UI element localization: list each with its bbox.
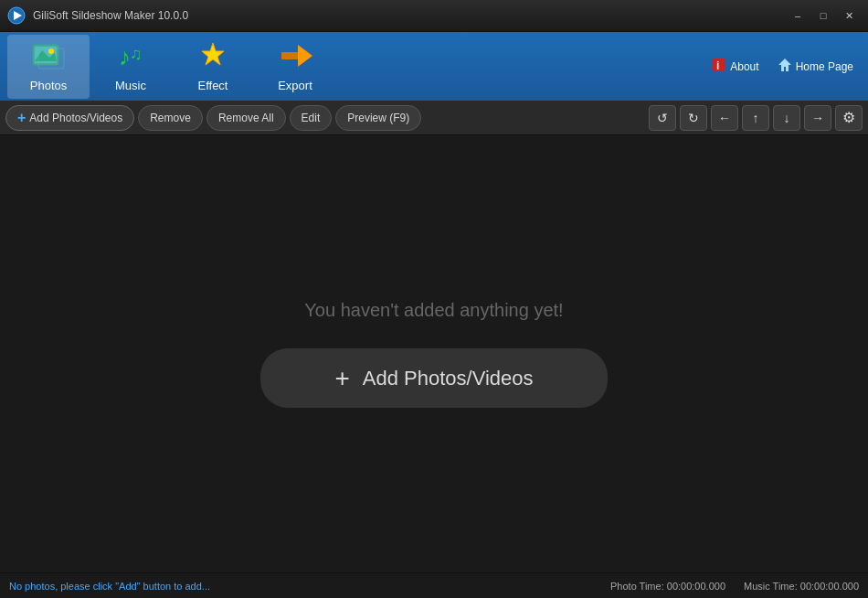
svg-marker-14 <box>778 59 791 71</box>
edit-button[interactable]: Edit <box>290 105 333 131</box>
nav-item-effect[interactable]: Effect <box>172 35 254 99</box>
home-icon <box>778 58 792 76</box>
add-photos-main-button[interactable]: + Add Photos/Videos <box>260 348 608 408</box>
photos-icon <box>31 41 66 75</box>
move-left-button[interactable]: ← <box>711 105 738 131</box>
svg-text:♫: ♫ <box>130 45 143 63</box>
music-time-value: 00:00:00.000 <box>800 581 859 592</box>
arrow-up-icon: ↑ <box>753 111 759 125</box>
move-down-button[interactable]: ↓ <box>773 105 800 131</box>
move-up-button[interactable]: ↑ <box>742 105 769 131</box>
status-bar: No photos, please click "Add" button to … <box>0 572 868 598</box>
effect-label: Effect <box>197 79 228 92</box>
add-photos-toolbar-label: Add Photos/Videos <box>29 112 122 124</box>
arrow-right-icon: → <box>811 111 824 125</box>
arrow-left-icon: ← <box>718 111 731 125</box>
nav-item-photos[interactable]: Photos <box>7 35 90 99</box>
status-text: No photos, please click "Add" button to … <box>9 581 210 592</box>
about-button[interactable]: i About <box>704 54 766 80</box>
remove-all-button[interactable]: Remove All <box>206 105 286 131</box>
gear-icon: ⚙ <box>842 109 855 126</box>
effect-icon <box>198 41 228 75</box>
add-plus-icon: + <box>17 110 26 126</box>
home-page-label: Home Page <box>796 60 853 73</box>
rotate-ccw-icon: ↺ <box>657 111 668 125</box>
minimize-button[interactable]: – <box>786 6 810 25</box>
svg-marker-9 <box>202 43 224 65</box>
music-time-label: Music Time: 00:00:00.000 <box>744 581 859 592</box>
export-label: Export <box>278 79 312 92</box>
svg-point-5 <box>48 48 54 54</box>
export-icon <box>278 41 312 75</box>
status-add-link: "Add" <box>115 581 140 592</box>
add-photos-main-label: Add Photos/Videos <box>363 367 534 390</box>
rotate-cw-icon: ↻ <box>688 111 699 125</box>
home-page-button[interactable]: Home Page <box>770 54 861 80</box>
status-after-link: button to add... <box>141 581 210 592</box>
add-photos-toolbar-button[interactable]: + Add Photos/Videos <box>5 105 134 131</box>
title-bar: GiliSoft Sildeshow Maker 10.0.0 – □ ✕ <box>0 0 868 32</box>
remove-button[interactable]: Remove <box>138 105 203 131</box>
music-label: Music <box>115 79 146 92</box>
music-icon: ♪ ♫ <box>116 41 145 75</box>
photo-time-label: Photo Time: 00:00:00.000 <box>610 581 725 592</box>
maximize-button[interactable]: □ <box>811 6 835 25</box>
svg-marker-11 <box>298 45 312 67</box>
window-controls: – □ ✕ <box>786 6 861 25</box>
svg-rect-10 <box>281 52 300 59</box>
main-content: You haven't added anything yet! + Add Ph… <box>0 135 868 572</box>
rotate-cw-button[interactable]: ↻ <box>680 105 707 131</box>
app-title: GiliSoft Sildeshow Maker 10.0.0 <box>33 9 786 22</box>
toolbar: + Add Photos/Videos Remove Remove All Ed… <box>0 101 868 135</box>
nav-item-music[interactable]: ♪ ♫ Music <box>90 35 172 99</box>
close-button[interactable]: ✕ <box>837 6 861 25</box>
nav-item-export[interactable]: Export <box>254 35 336 99</box>
add-big-plus-icon: + <box>334 364 349 393</box>
about-icon: i <box>712 58 726 76</box>
about-label: About <box>730 60 758 73</box>
photos-label: Photos <box>30 79 67 92</box>
arrow-down-icon: ↓ <box>784 111 790 125</box>
settings-button[interactable]: ⚙ <box>835 105 863 131</box>
preview-button[interactable]: Preview (F9) <box>335 105 421 131</box>
svg-text:i: i <box>716 59 719 72</box>
move-right-button[interactable]: → <box>804 105 831 131</box>
nav-right-buttons: i About Home Page <box>704 54 861 80</box>
photo-time-value: 00:00:00.000 <box>667 581 725 592</box>
empty-message: You haven't added anything yet! <box>304 300 563 321</box>
nav-bar: Photos ♪ ♫ Music Effect E <box>0 32 868 101</box>
status-right: Photo Time: 00:00:00.000 Music Time: 00:… <box>610 581 859 592</box>
rotate-ccw-button[interactable]: ↺ <box>649 105 676 131</box>
app-logo <box>7 6 26 25</box>
status-no-photos: No photos, please click <box>9 581 115 592</box>
